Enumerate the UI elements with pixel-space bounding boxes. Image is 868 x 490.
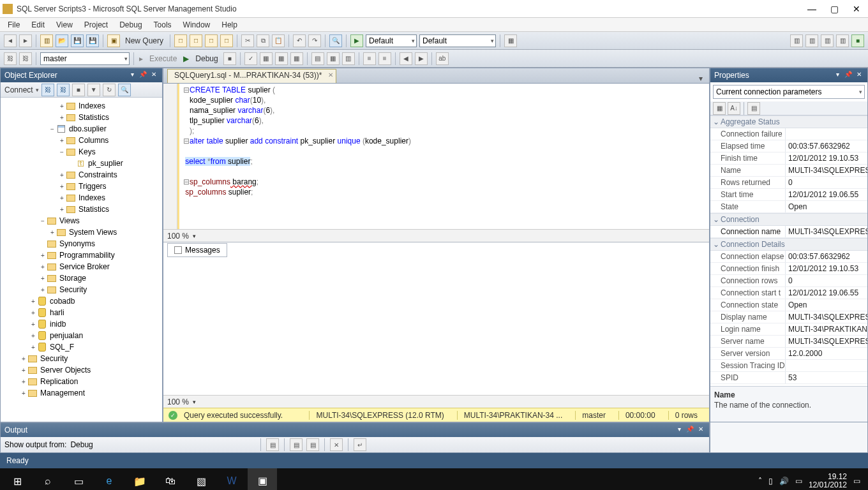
tree-item[interactable]: +System Views xyxy=(1,226,162,238)
tb-icon-3[interactable]: □ xyxy=(205,34,218,47)
tree-item[interactable]: +Service Broker xyxy=(1,261,162,272)
tree-item[interactable]: +Security xyxy=(1,284,162,295)
paste-icon[interactable]: 📋 xyxy=(272,34,285,47)
tree-item[interactable]: +Replication xyxy=(1,376,162,387)
tree-item[interactable]: +Statistics xyxy=(1,204,162,215)
tree-item[interactable]: +Security xyxy=(1,353,162,364)
tb-icon-4[interactable]: □ xyxy=(220,34,233,47)
menu-file[interactable]: File xyxy=(3,19,25,31)
tb2-icon-2[interactable]: ▦ xyxy=(275,52,288,65)
code-editor[interactable]: ⊟CREATE TABLE suplier ( kode_suplier cha… xyxy=(163,84,709,229)
categorized-icon[interactable]: ▦ xyxy=(713,102,726,115)
menu-window[interactable]: Window xyxy=(178,19,216,31)
tree-item[interactable]: −dbo.suplier xyxy=(1,123,162,135)
expand-icon[interactable]: + xyxy=(29,321,37,328)
expand-icon[interactable]: + xyxy=(49,229,56,236)
menu-help[interactable]: Help xyxy=(216,19,243,31)
connect-icon[interactable]: ⛓ xyxy=(41,84,54,96)
save-icon[interactable]: 💾 xyxy=(71,34,84,47)
alphabetical-icon[interactable]: A↓ xyxy=(728,102,740,115)
expand-icon[interactable]: + xyxy=(20,367,27,374)
messages-tab[interactable]: Messages xyxy=(167,243,227,257)
expand-icon[interactable]: + xyxy=(58,103,66,110)
close-button[interactable]: ✕ xyxy=(853,4,860,14)
expand-icon[interactable]: + xyxy=(20,390,27,397)
stop2-icon[interactable]: ■ xyxy=(72,84,85,96)
tree-item[interactable]: +Indexes xyxy=(1,192,162,204)
tree-item[interactable]: −Keys xyxy=(1,146,162,158)
tree-item[interactable]: +Statistics xyxy=(1,112,162,123)
clock[interactable]: 19.12 12/01/2012 xyxy=(809,473,847,489)
output-dropdown-icon[interactable]: ▾ xyxy=(675,426,684,434)
maximize-button[interactable]: ▢ xyxy=(830,4,839,14)
expand-icon[interactable]: + xyxy=(58,195,66,202)
search-button[interactable]: ⌕ xyxy=(33,468,63,490)
props-close-icon[interactable]: ✕ xyxy=(855,71,864,80)
explorer-icon[interactable]: 📁 xyxy=(125,468,154,490)
tree-item[interactable]: +harli xyxy=(1,307,162,318)
menu-view[interactable]: View xyxy=(51,19,78,31)
tree-item[interactable]: Synonyms xyxy=(1,238,162,249)
zoom-level[interactable]: 100 % xyxy=(167,232,189,241)
specify-values-icon[interactable]: ab xyxy=(436,52,449,65)
expand-icon[interactable]: + xyxy=(39,275,47,282)
tab-close-icon[interactable]: ✕ xyxy=(328,71,333,78)
save-all-icon[interactable]: 💾 xyxy=(86,34,99,47)
parse-icon[interactable]: ✓ xyxy=(244,52,257,65)
expand-icon[interactable]: + xyxy=(39,252,47,259)
properties-object-combo[interactable]: Current connection parameters xyxy=(713,85,865,99)
property-pages-icon[interactable]: ▤ xyxy=(747,102,760,115)
results-text-icon[interactable]: ▤ xyxy=(311,52,324,65)
out-icon-1[interactable]: ▤ xyxy=(266,438,279,451)
tb-icon-r4[interactable]: ▥ xyxy=(836,34,849,47)
expand-icon[interactable]: − xyxy=(49,126,56,133)
ssms-taskbar-icon[interactable]: ▣ xyxy=(248,468,277,490)
tree-item[interactable]: ⚿pk_suplier xyxy=(1,158,162,169)
tree-item[interactable]: −Views xyxy=(1,215,162,226)
volume-icon[interactable]: 🔊 xyxy=(779,477,789,486)
group-connection[interactable]: Connection xyxy=(710,213,867,226)
out-icon-2[interactable]: ▤ xyxy=(290,438,303,451)
tb-icon-r1[interactable]: ▥ xyxy=(790,34,803,47)
output-source-combo[interactable]: Debug xyxy=(70,440,255,449)
tb-icon-1[interactable]: □ xyxy=(174,34,187,47)
tree-item[interactable]: +cobadb xyxy=(1,295,162,307)
tb2-icon-3[interactable]: ▦ xyxy=(290,52,303,65)
stop-icon[interactable]: ■ xyxy=(223,52,236,65)
properties-grid[interactable]: Aggregate Status Connection failure Elap… xyxy=(710,115,867,386)
menu-debug[interactable]: Debug xyxy=(114,19,147,31)
expand-icon[interactable]: + xyxy=(20,378,27,385)
object-tree[interactable]: +Indexes+Statistics−dbo.suplier+Columns−… xyxy=(1,98,162,422)
menu-project[interactable]: Project xyxy=(79,19,113,31)
refresh-icon[interactable]: ↻ xyxy=(103,84,116,96)
expand-icon[interactable]: + xyxy=(29,309,37,316)
database-combo[interactable]: master xyxy=(40,52,130,65)
lang-icon[interactable]: ▭ xyxy=(795,477,802,486)
clear-all-icon[interactable]: ✕ xyxy=(330,438,343,451)
store-icon[interactable]: 🛍 xyxy=(156,468,185,490)
tray-chevron-icon[interactable]: ˄ xyxy=(758,477,762,486)
uncomment-icon[interactable]: ≡ xyxy=(378,52,391,65)
expand-icon[interactable]: + xyxy=(29,298,37,305)
tree-item[interactable]: +penjualan xyxy=(1,330,162,341)
panel-pin-icon[interactable]: 📌 xyxy=(138,71,147,80)
expand-icon[interactable]: + xyxy=(58,114,66,121)
tree-item[interactable]: +inidb xyxy=(1,318,162,330)
expand-icon[interactable]: + xyxy=(39,286,47,293)
edge-icon[interactable]: e xyxy=(94,468,124,490)
code-body[interactable]: ⊟CREATE TABLE suplier ( kode_suplier cha… xyxy=(177,84,415,229)
panel-dropdown-icon[interactable]: ▾ xyxy=(128,71,137,80)
editor-tab[interactable]: SQLQuery1.sql - M...PRAKTIKAN-34 (53))* … xyxy=(167,69,336,83)
tree-item[interactable]: +Triggers xyxy=(1,181,162,192)
group-conn-details[interactable]: Connection Details xyxy=(710,238,867,251)
tb-icon-r2[interactable]: ▥ xyxy=(805,34,818,47)
messages-body[interactable] xyxy=(163,257,709,395)
search-icon[interactable]: 🔍 xyxy=(118,84,131,96)
word-icon[interactable]: W xyxy=(217,468,246,490)
network-icon[interactable]: ▯ xyxy=(768,477,773,486)
disconnect-icon[interactable]: ⛓ xyxy=(19,52,32,65)
expand-icon[interactable]: + xyxy=(29,344,37,351)
expand-icon[interactable]: + xyxy=(58,183,66,190)
tb-icon-r5[interactable]: ■ xyxy=(851,34,864,47)
props-pin-icon[interactable]: 📌 xyxy=(844,71,853,80)
